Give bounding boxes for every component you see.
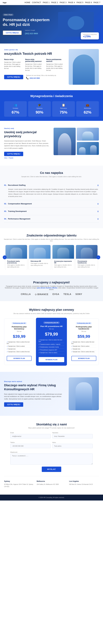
accordion-title: Compensation Management [8, 203, 97, 205]
client-logo: SONY [76, 293, 82, 296]
leadership-read-more-button[interactable]: CZYTAJ WIĘCEJ [4, 152, 23, 156]
pricing-price: $59,99 [72, 334, 96, 339]
leadership-title: Uwolnij swój potencjał przywódczy [4, 130, 50, 138]
accordion-item[interactable]: 03. Training Development ∨ [4, 208, 99, 215]
accordion-number: 04. [4, 218, 6, 220]
pricing-name: Podstawowy plan kierowniczy [7, 326, 32, 330]
name-input[interactable] [52, 434, 93, 438]
submit-button[interactable]: WYŚLAĆ [42, 466, 61, 472]
client-logo: ◇ BINANCE [35, 293, 48, 296]
hero-section: Slider / Panel Porozmawiaj z ekspertem d… [0, 5, 103, 44]
office-city: Los Angeles [69, 480, 99, 482]
message-input[interactable] [10, 454, 93, 464]
nav-link[interactable]: PAGE 7 [94, 1, 100, 4]
hero-read-more-button[interactable]: CZYTAJ WIĘCEJ [3, 30, 22, 35]
why-section: Dlaczego warto wybrać Dlaczego warto wyb… [0, 372, 103, 416]
accordion-title: Recruitment Staffing [8, 184, 97, 186]
slider-next-button[interactable]: › [96, 256, 100, 259]
pricing-features: Sample text. Click to select the text bo… [39, 338, 64, 354]
talent-card-title: Pozyskanie kadry pracowniczej [7, 260, 26, 264]
contact-form: Email Nazwisko Telefon Adres Wiadomość W… [10, 432, 93, 472]
talent-card-image [6, 245, 27, 259]
talent-card-text: Click again or double click to start edi… [31, 262, 49, 266]
talent-card-text: Click again or double click to start edi… [78, 264, 96, 268]
pricing-grid: Podstawowy plan HR Podstawowy plan kiero… [4, 318, 99, 365]
message-group: Wiadomość [10, 452, 93, 465]
pricing-feature: Priorytetowe wsparcie 24/7 [39, 348, 64, 352]
pricing-card: Podstawowy plan HR Podstawowy plan kiero… [4, 318, 34, 365]
stat-card: 💼 Mentorstwo 62% [76, 101, 99, 117]
drives-subtitle: Sample text. Click to select the text bo… [4, 176, 99, 178]
stat-value: 67% [6, 110, 25, 114]
pricing-feature: Sample text. [72, 348, 96, 350]
email-input[interactable] [10, 434, 51, 438]
accordion-header[interactable]: 04. Performance Management ∨ [4, 217, 99, 220]
stat-icon: 💼 [78, 104, 97, 107]
nav-link[interactable]: PAGE 5 [76, 1, 83, 4]
clients-title: Pracujemy z najlepszymi! [4, 281, 99, 284]
leadership-tag: Uwolnij swój [4, 128, 50, 129]
pricing-card: Profesjonalny plan HR Profesjonalny plan… [69, 318, 99, 365]
pricing-features: Sample text. Click to select the text bo… [72, 341, 96, 353]
nav-link[interactable]: PAGE 2 [51, 1, 58, 4]
hero-title: Porozmawiaj z ekspertem ds. HR już dziś [3, 18, 52, 27]
stats-section: Wynagrodzenia i świadczenia 👥 Kontakty 6… [0, 90, 103, 121]
client-logo: CROLLA [21, 293, 31, 296]
pricing-select-button[interactable]: WYBIERZ PLAN [39, 357, 64, 362]
talent-section: Znalezienie odpowiedniego talentu Sample… [0, 228, 103, 275]
accordion-header[interactable]: 01. Recruitment Staffing ∧ [4, 184, 99, 187]
partner-col-2: Nasza wizja partnerskiej wartości Sample… [25, 58, 44, 72]
stat-card: 👥 Kontakty 67% [4, 101, 27, 117]
talent-card-image [76, 245, 98, 259]
pricing-feature: Sample text. Click to select the text bo… [72, 341, 96, 345]
footer-text: © 2024 HR Consulting. All rights reserve… [38, 497, 64, 498]
accordion-header[interactable]: 02. Compensation Management ∨ [4, 202, 99, 205]
office-city: Sydney [4, 480, 34, 482]
partner-col-3: Nasza podstawowa wartość Sample text. Cl… [46, 58, 64, 72]
accordion-header[interactable]: 03. Training Development ∨ [4, 210, 99, 213]
nav-link[interactable]: PAGE 6 [85, 1, 92, 4]
pricing-feature: Sample text. [7, 348, 32, 350]
talent-card-body: Innowacyjna mapowania HR Click again or … [52, 259, 74, 270]
nav-link[interactable]: PAGE 1 [43, 1, 50, 4]
partner-cta-text: Zadzwoń do nas dzisiaj i Wez a lub skont… [26, 75, 56, 76]
partner-phone: 📞 (302) 623 9969 [26, 77, 56, 79]
stat-label: Rekrutacja [54, 108, 73, 109]
pricing-select-button[interactable]: WYBIERZ PLAN [72, 356, 96, 361]
slider-prev-button[interactable]: ‹ [3, 256, 6, 259]
name-label: Nazwisko [52, 432, 93, 434]
pricing-card: Profesjonalny plan HR Plan HR przewidzia… [36, 318, 67, 366]
message-label: Wiadomość [10, 452, 93, 453]
pricing-title: Wybierz najlepszy plan cenowy [4, 308, 99, 312]
office-card: Los Angeles 590 Next St. Venice CA Hanna… [69, 480, 99, 488]
stat-label: Mentorstwo [78, 108, 97, 109]
nav-link[interactable]: PAGE 3 [60, 1, 66, 4]
nav-link[interactable]: HOME [24, 1, 30, 4]
talent-card: Pozyskanie kadry pracowniczej Click agai… [6, 245, 27, 270]
pricing-feature: Zaawansowane analizy i raporty [39, 343, 64, 346]
pricing-desc: Dla nas [7, 331, 32, 332]
partner-image [69, 49, 99, 85]
phone-input[interactable] [10, 444, 51, 448]
contact-section: Skontaktuj się z nami Masz jakieś pytani… [0, 416, 103, 494]
nav-link[interactable]: CONTACT [32, 1, 41, 4]
accordion-item[interactable]: 01. Recruitment Staffing ∧ Answer: Lorem… [4, 182, 99, 200]
nav-link[interactable]: PAGE 4 [68, 1, 75, 4]
pricing-select-button[interactable]: WYBIERZ PLAN [7, 356, 32, 361]
stat-card: 📋 Rekrutacja 75% [52, 101, 75, 117]
clients-section: Pracujemy z najlepszymi! Paragraph lorem… [0, 275, 103, 301]
name-group: Nazwisko [52, 432, 93, 438]
leadership-img-main [54, 128, 76, 155]
pricing-desc: Dla nas [72, 331, 96, 332]
address-input[interactable] [52, 444, 93, 448]
accordion-item[interactable]: 02. Compensation Management ∨ [4, 200, 99, 208]
partner-section: Jeden partner dla wszystkich Twoich potr… [0, 44, 103, 90]
why-read-more-button[interactable]: CZYTAJ WIĘCEJ [4, 402, 23, 407]
accordion-item[interactable]: 04. Performance Management ∨ [4, 215, 99, 223]
talent-card: Przesiewanie handlowców Click again or d… [76, 245, 98, 270]
phone-group: Telefon [10, 442, 51, 448]
partner-read-more-button[interactable]: CZYTAJ WIĘCEJ [4, 75, 23, 79]
talent-card-title: Rekrutacja HR [31, 260, 49, 262]
pricing-feature: Sample text. Click to select. [72, 345, 96, 348]
stats-grid: 👥 Kontakty 67% 🎓 Szkolenia 90% 📋 Rekruta… [4, 101, 99, 117]
